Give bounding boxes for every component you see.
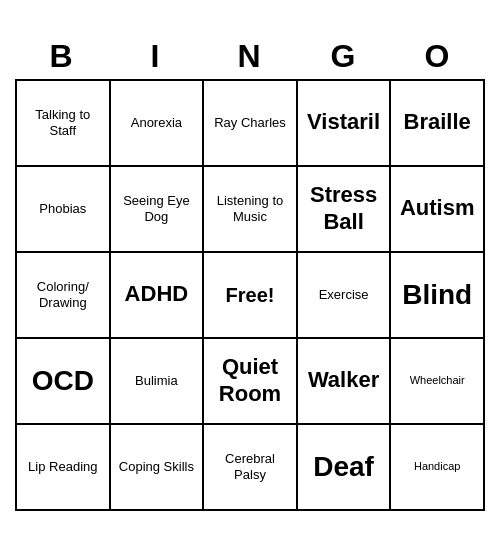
cell-text: Anorexia [131, 115, 182, 131]
bingo-cell: Seeing Eye Dog [111, 167, 205, 253]
header-letter: I [109, 34, 203, 79]
bingo-card: BINGO Talking to StaffAnorexiaRay Charle… [15, 34, 485, 511]
cell-text: Stress Ball [302, 182, 386, 235]
bingo-cell: OCD [17, 339, 111, 425]
bingo-cell: Listening to Music [204, 167, 298, 253]
cell-text: Listening to Music [208, 193, 292, 224]
bingo-header: BINGO [15, 34, 485, 79]
cell-text: Walker [308, 367, 379, 393]
bingo-cell: Blind [391, 253, 485, 339]
bingo-cell: Deaf [298, 425, 392, 511]
bingo-cell: Stress Ball [298, 167, 392, 253]
cell-text: Coping Skills [119, 459, 194, 475]
cell-text: Lip Reading [28, 459, 97, 475]
bingo-cell: Braille [391, 81, 485, 167]
cell-text: Deaf [313, 450, 374, 484]
bingo-cell: Autism [391, 167, 485, 253]
cell-text: Coloring/ Drawing [21, 279, 105, 310]
cell-text: Handicap [414, 460, 460, 473]
bingo-grid: Talking to StaffAnorexiaRay CharlesVista… [15, 79, 485, 511]
cell-text: Phobias [39, 201, 86, 217]
cell-text: Wheelchair [410, 374, 465, 387]
bingo-cell: Exercise [298, 253, 392, 339]
cell-text: Ray Charles [214, 115, 286, 131]
cell-text: Vistaril [307, 109, 380, 135]
bingo-cell: ADHD [111, 253, 205, 339]
bingo-cell: Quiet Room [204, 339, 298, 425]
bingo-cell: Handicap [391, 425, 485, 511]
bingo-cell: Walker [298, 339, 392, 425]
bingo-cell: Coloring/ Drawing [17, 253, 111, 339]
cell-text: Autism [400, 195, 475, 221]
header-letter: N [203, 34, 297, 79]
bingo-cell: Anorexia [111, 81, 205, 167]
cell-text: Blind [402, 278, 472, 312]
cell-text: Exercise [319, 287, 369, 303]
cell-text: Talking to Staff [21, 107, 105, 138]
cell-text: Bulimia [135, 373, 178, 389]
bingo-cell: Wheelchair [391, 339, 485, 425]
bingo-cell: Lip Reading [17, 425, 111, 511]
bingo-cell: Free! [204, 253, 298, 339]
header-letter: O [391, 34, 485, 79]
cell-text: Cerebral Palsy [208, 451, 292, 482]
bingo-cell: Bulimia [111, 339, 205, 425]
cell-text: Free! [226, 283, 275, 307]
bingo-cell: Phobias [17, 167, 111, 253]
header-letter: G [297, 34, 391, 79]
bingo-cell: Vistaril [298, 81, 392, 167]
bingo-cell: Coping Skills [111, 425, 205, 511]
cell-text: OCD [32, 364, 94, 398]
cell-text: Braille [404, 109, 471, 135]
bingo-cell: Ray Charles [204, 81, 298, 167]
cell-text: Quiet Room [208, 354, 292, 407]
cell-text: Seeing Eye Dog [115, 193, 199, 224]
cell-text: ADHD [125, 281, 189, 307]
bingo-cell: Talking to Staff [17, 81, 111, 167]
bingo-cell: Cerebral Palsy [204, 425, 298, 511]
header-letter: B [15, 34, 109, 79]
